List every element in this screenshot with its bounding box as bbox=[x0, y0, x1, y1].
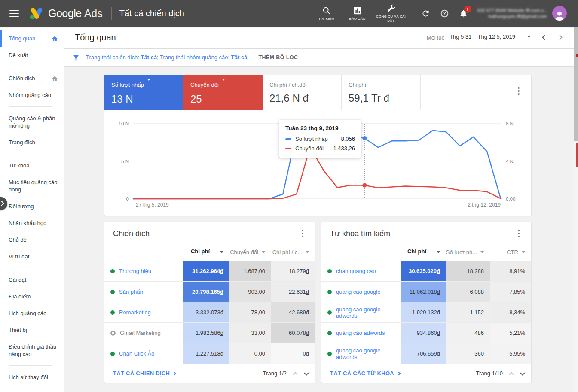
scrollbar-marker bbox=[576, 143, 578, 167]
sort-caret-icon bbox=[437, 251, 440, 253]
refresh-button[interactable] bbox=[416, 4, 435, 23]
keyword-name-link[interactable]: chan quang cao bbox=[336, 268, 376, 274]
enabled-status-icon bbox=[110, 352, 115, 356]
prev-period-button[interactable] bbox=[542, 35, 547, 40]
top-app-bar: Google Ads Tất cả chiến dịch TÌM KIẾM BÁ… bbox=[0, 0, 578, 27]
table-menu-button[interactable] bbox=[513, 228, 524, 239]
tooltip-series-label: Số lượt nhấp bbox=[295, 136, 328, 142]
keyword-cell: 1.152 bbox=[446, 302, 490, 322]
metric-card-cost[interactable]: Chi phí59,1 Tr đ bbox=[342, 75, 421, 110]
avatar[interactable] bbox=[552, 6, 567, 21]
currency-unit: đ bbox=[437, 350, 440, 357]
column-label: Chuyển đổi bbox=[230, 249, 258, 255]
sidebar-item-19[interactable]: Thiết bị bbox=[0, 322, 64, 338]
page-down-button[interactable] bbox=[520, 371, 525, 375]
sidebar-item-16[interactable]: Cài đặt bbox=[0, 271, 64, 288]
currency-unit: đ bbox=[306, 309, 309, 316]
chart-card-menu-button[interactable] bbox=[513, 85, 524, 97]
see-all-label: TẤT CẢ CHIẾN DỊCH bbox=[113, 370, 170, 377]
keyword-cell: 1.929.132 đ bbox=[401, 302, 446, 322]
currency-unit: đ bbox=[437, 268, 440, 274]
campaign-name-link[interactable]: Remarketing bbox=[119, 309, 151, 316]
column-header-2[interactable]: CTR bbox=[490, 249, 531, 255]
refresh-icon bbox=[421, 9, 430, 18]
date-preset-label: Mọi lúc bbox=[427, 34, 444, 41]
side-navigation: Tổng quan Đề xuấtChiến dịch Nhóm quảng c… bbox=[0, 27, 64, 392]
sidebar-item-12[interactable]: Nhân khẩu học bbox=[0, 215, 64, 231]
sidebar-item-11[interactable]: Đối tượng bbox=[0, 198, 64, 215]
keyword-cell: 706.659 đ bbox=[401, 343, 446, 364]
reports-button[interactable]: BÁO CÁO bbox=[342, 6, 373, 21]
sidebar-item-17[interactable]: Địa điểm bbox=[0, 288, 64, 305]
page-down-button[interactable] bbox=[304, 371, 309, 375]
search-button[interactable]: TÌM KIẾM bbox=[311, 6, 342, 21]
chevron-down-icon bbox=[527, 36, 531, 38]
keyword-name-link[interactable]: quang cao google adwords bbox=[336, 306, 398, 319]
column-header-2[interactable]: Chi phí / c... bbox=[271, 249, 315, 255]
keyword-cell: 8,34% bbox=[490, 302, 531, 322]
keyword-name-link[interactable]: quảng cáo google adwords bbox=[336, 347, 398, 360]
metric-value: 59,1 Tr đ bbox=[349, 92, 413, 104]
add-filter-button[interactable]: THÊM BỘ LỌC bbox=[258, 55, 298, 61]
sidebar-item-14[interactable]: Vị trí đặt bbox=[0, 248, 64, 265]
keyword-cell: 7,85% bbox=[490, 282, 531, 302]
sidebar-item-18[interactable]: Lịch quảng cáo bbox=[0, 305, 64, 322]
column-header-0[interactable]: Chi phí bbox=[401, 248, 446, 256]
keyword-name-link[interactable]: quang cao google bbox=[336, 289, 380, 295]
sidebar-item-6[interactable]: Quảng cáo & phần mở rộng bbox=[0, 110, 64, 134]
page-up-button[interactable] bbox=[509, 372, 514, 377]
notifications-button[interactable]: ! bbox=[454, 4, 473, 23]
sidebar-divider bbox=[9, 268, 52, 268]
keyword-name-link[interactable]: quảng cáo adwords bbox=[336, 330, 385, 336]
column-header-1[interactable]: Chuyển đổi bbox=[229, 249, 271, 255]
column-header-0[interactable]: Chi phí bbox=[183, 248, 229, 256]
sidebar-item-3[interactable]: Chiến dịch bbox=[0, 70, 64, 87]
sidebar-item-7[interactable]: Trang đích bbox=[0, 134, 64, 151]
scrollbar-thumb[interactable] bbox=[574, 27, 578, 141]
sidebar-item-9[interactable]: Từ khóa bbox=[0, 157, 64, 174]
sidebar-item-label: Địa điểm bbox=[9, 293, 31, 300]
campaign-name-link[interactable]: Chặn Click Ảo bbox=[119, 350, 154, 357]
svg-text:27 thg 5, 2019: 27 thg 5, 2019 bbox=[136, 202, 169, 208]
metric-card-clicks[interactable]: Số lượt nhấp13 N bbox=[104, 75, 183, 110]
keyword-cell: 486 bbox=[446, 323, 490, 343]
keyword-see-all-link[interactable]: TẤT CẢ CÁC TỪ KHÓA bbox=[330, 370, 400, 377]
sidebar-item-10[interactable]: Mục tiêu quảng cáo động bbox=[0, 174, 64, 198]
campaign-cell: 42.689 đ bbox=[271, 302, 315, 322]
page-scrollbar[interactable] bbox=[574, 27, 578, 392]
table-menu-button[interactable] bbox=[297, 228, 308, 239]
date-range-picker[interactable]: Thg 5 31 – Thg 12 5, 2019 bbox=[449, 32, 532, 43]
metric-card-conversions[interactable]: Chuyển đổi25 bbox=[183, 75, 263, 110]
google-ads-logo[interactable]: Google Ads bbox=[29, 7, 103, 20]
sidebar-item-4[interactable]: Nhóm quảng cáo bbox=[0, 87, 64, 103]
tools-label: CÔNG CỤ VÀ CÀI ĐẶT bbox=[373, 15, 409, 23]
sidebar-item-20[interactable]: Điều chỉnh giá thầu nâng cao bbox=[0, 338, 64, 362]
svg-text:0,00: 0,00 bbox=[506, 196, 515, 201]
table-title: Từ khóa tìm kiếm bbox=[330, 229, 390, 238]
svg-text:5 N: 5 N bbox=[121, 159, 129, 164]
sidebar-item-1[interactable]: Đề xuất bbox=[0, 47, 64, 64]
timeseries-chart[interactable]: 10 N5 N08 N4 N0,0027 thg 5, 20192 thg 12… bbox=[104, 110, 531, 216]
sidebar-item-22[interactable]: Lịch sử thay đổi bbox=[0, 369, 64, 386]
page-up-button[interactable] bbox=[293, 372, 297, 377]
campaign-name-link[interactable]: Thương hiệu bbox=[119, 268, 151, 274]
column-header-1[interactable]: Số lượt nh... bbox=[446, 249, 490, 255]
help-button[interactable]: ? bbox=[435, 4, 454, 23]
filter-funnel-icon bbox=[72, 54, 80, 61]
campaign-name-link[interactable]: Sản phẩm bbox=[119, 289, 144, 295]
account-info[interactable]: 632 677 8549 Website fff.com.v... hathun… bbox=[477, 7, 547, 19]
sidebar-item-label: Trang đích bbox=[9, 139, 35, 146]
tools-button[interactable]: CÔNG CỤ VÀ CÀI ĐẶT bbox=[373, 4, 409, 23]
campaign-cell: 60.078 đ bbox=[271, 323, 315, 343]
campaign-see-all-link[interactable]: TẤT CẢ CHIẾN DỊCH bbox=[113, 370, 176, 377]
next-period-button[interactable] bbox=[557, 35, 562, 40]
sidebar-item-13[interactable]: Chủ đề bbox=[0, 231, 64, 248]
campaign-name-link[interactable]: Gmail Marketing bbox=[120, 330, 161, 336]
menu-icon[interactable] bbox=[9, 10, 19, 17]
metric-card-cost-per-conv[interactable]: Chi phí / ch.đổi21,6 N đ bbox=[263, 75, 342, 110]
active-filters[interactable]: Trạng thái chiến dịch: Tất cả; Trạng thá… bbox=[86, 54, 247, 61]
sidebar-item-0[interactable]: Tổng quan bbox=[0, 30, 64, 47]
metric-value: 13 N bbox=[111, 93, 177, 105]
campaign-cell: 22.631 đ bbox=[271, 282, 315, 302]
brand-ads: Ads bbox=[84, 7, 103, 20]
